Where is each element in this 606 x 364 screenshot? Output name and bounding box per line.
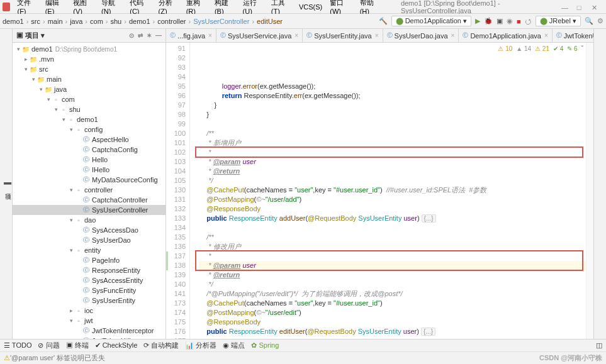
- line-gutter[interactable]: 9192939495969798991001011021031041051301…: [166, 43, 190, 339]
- minimize-icon[interactable]: —: [558, 3, 570, 11]
- status-message: '@param user' 标签说明已丢失: [10, 353, 105, 363]
- project-tree[interactable]: ▾📁demo1D:\Spring Boot\demo1▸📁.mvn▾📁src▾📁…: [13, 43, 166, 339]
- jrebel-combo[interactable]: ⬤ JRebel ▾: [536, 16, 581, 26]
- tree-item[interactable]: ▾▫com: [13, 94, 166, 104]
- tree-item[interactable]: ▾📁java: [13, 84, 166, 94]
- git-icon[interactable]: ⭯: [525, 18, 532, 25]
- crumb[interactable]: SysUserController: [193, 18, 249, 25]
- tool-autobuild[interactable]: ⟳ 自动构建: [143, 341, 179, 350]
- crumb[interactable]: com: [90, 18, 103, 25]
- close-icon[interactable]: ✕: [588, 3, 600, 11]
- editor-tabs: Ⓒ...fig.java×ⒸSysUserService.java×ⒸSysUs…: [166, 29, 593, 43]
- breadcrumb: demo1› src› main› java› com› shu› demo1›…: [3, 18, 283, 25]
- tool-endpoints[interactable]: ◉ 端点: [223, 341, 245, 350]
- editor-tab[interactable]: ⒸJwtTokenUtil.java×: [553, 29, 593, 42]
- tool-todo[interactable]: ☰ TODO: [4, 341, 31, 350]
- editor-tab[interactable]: Ⓒ...fig.java×: [166, 29, 216, 42]
- close-tab-icon[interactable]: ×: [451, 32, 455, 39]
- crumb[interactable]: editUser: [257, 18, 283, 25]
- close-tab-icon[interactable]: ×: [544, 32, 548, 39]
- crumb[interactable]: controller: [157, 18, 186, 25]
- debug-icon[interactable]: 🐞: [484, 17, 493, 25]
- tree-item[interactable]: ⒸSysUserDao: [13, 235, 166, 245]
- tree-item[interactable]: ▾▫shu: [13, 104, 166, 114]
- tree-item[interactable]: ⒸJwtTokenInterceptor: [13, 326, 166, 336]
- tree-item[interactable]: ▾📁src: [13, 64, 166, 74]
- crumb[interactable]: java: [70, 18, 82, 25]
- tree-item[interactable]: ⒸSysAccessDao: [13, 225, 166, 235]
- menubar: 文件(F) 编辑(E) 视图(V) 导航(N) 代码(C) 分析(Z) 重构(R…: [0, 0, 606, 14]
- close-tab-icon[interactable]: ×: [208, 32, 212, 39]
- app-logo-icon: [3, 3, 10, 11]
- tree-item[interactable]: ⒸMyDataSourceConfig: [13, 175, 166, 185]
- tree-item[interactable]: ▾▫jwt: [13, 316, 166, 326]
- inspection-stats[interactable]: ⚠ 10 ▲ 14 ⚠ 21 ✔ 4 ✎ 6 ˇ: [498, 44, 583, 53]
- main-area: ▌ 项目 ▣ 项目 ▾ ⊙ ⇄ ✶ — ▾📁demo1D:\Spring Boo…: [0, 29, 606, 339]
- close-tab-icon[interactable]: ×: [375, 32, 379, 39]
- crumb[interactable]: shu: [110, 18, 121, 25]
- tree-item[interactable]: ⒸPageInfo: [13, 255, 166, 265]
- run-icon[interactable]: ▶: [475, 17, 480, 25]
- tree-item[interactable]: ▸▫ioc: [13, 306, 166, 316]
- tree-item[interactable]: ▾📁demo1D:\Spring Boot\demo1: [13, 44, 166, 54]
- coverage-icon[interactable]: ▣: [497, 17, 503, 25]
- editor-tab[interactable]: ⒸSysUserDao.java×: [383, 29, 459, 42]
- close-tab-icon[interactable]: ×: [295, 32, 298, 39]
- editor-area: Ⓒ...fig.java×ⒸSysUserService.java×ⒸSysUs…: [166, 29, 593, 339]
- statusbar: ⚠ '@param user' 标签说明已丢失 CSDN @河南小守株: [0, 351, 606, 364]
- project-panel-header: ▣ 项目 ▾ ⊙ ⇄ ✶ —: [13, 29, 166, 43]
- editor-tab[interactable]: ⒸSysUserEntity.java×: [303, 29, 383, 42]
- maximize-icon[interactable]: □: [573, 3, 585, 11]
- profile-icon[interactable]: ◉: [507, 17, 513, 25]
- window-title: demo1 [D:\Spring Boot\demo1] - SysUserCo…: [398, 0, 557, 16]
- expand-icon[interactable]: ⇄: [138, 32, 143, 39]
- editor-tab[interactable]: ⒸSysUserService.java×: [216, 29, 303, 42]
- tree-item[interactable]: ⒸSysAccessEntity: [13, 275, 166, 285]
- tree-item[interactable]: ⒸCaptchaConfig: [13, 145, 166, 155]
- error-stripe[interactable]: [586, 43, 593, 339]
- status-icon: ⚠: [4, 354, 10, 362]
- crumb[interactable]: demo1: [129, 18, 150, 25]
- run-config-combo[interactable]: ⬤ Demo1Application ▾: [391, 16, 471, 26]
- tree-item[interactable]: ▾▫demo1: [13, 114, 166, 124]
- hide-panel-icon[interactable]: —: [155, 32, 162, 39]
- collapse-icon[interactable]: ✶: [147, 32, 152, 39]
- tree-item[interactable]: ⒸSysUserController: [13, 205, 166, 215]
- bottom-toolbar: ☰ TODO ⊘ 问题 ▣ 终端 ✔ CheckStyle ⟳ 自动构建 📊 分…: [0, 339, 606, 351]
- search-icon[interactable]: 🔍: [585, 17, 593, 25]
- right-tool-gutter[interactable]: [593, 29, 606, 339]
- crumb[interactable]: main: [48, 18, 63, 25]
- tree-item[interactable]: ⒸResponseEntity: [13, 265, 166, 275]
- editor-body: 9192939495969798991001011021031041051301…: [166, 43, 593, 339]
- tool-profiler[interactable]: 📊 分析器: [185, 341, 216, 350]
- tree-item[interactable]: ▾▫entity: [13, 245, 166, 255]
- tree-item[interactable]: ▸📁.mvn: [13, 54, 166, 64]
- watermark: CSDN @河南小守株: [539, 353, 602, 363]
- crumb[interactable]: src: [31, 18, 40, 25]
- tool-terminal[interactable]: ▣ 终端: [66, 341, 89, 350]
- tree-item[interactable]: ▾▫config: [13, 124, 166, 135]
- hammer-icon[interactable]: 🔨: [379, 17, 388, 25]
- tool-spring[interactable]: ✿ Spring: [251, 341, 279, 350]
- crumb[interactable]: demo1: [3, 18, 24, 25]
- tree-item[interactable]: ⒸSysFuncEntity: [13, 285, 166, 295]
- tree-item[interactable]: ⒸHello: [13, 155, 166, 165]
- event-log-icon[interactable]: ◫: [596, 341, 602, 350]
- tree-item[interactable]: ⒸSysUserEntity: [13, 295, 166, 306]
- menu-vcs[interactable]: VCS(S): [296, 2, 325, 12]
- toolbar: demo1› src› main› java› com› shu› demo1›…: [0, 14, 606, 29]
- tree-item[interactable]: ⒸCaptchaController: [13, 195, 166, 205]
- left-tool-gutter[interactable]: ▌ 项目: [0, 29, 13, 339]
- tree-item[interactable]: ⒸAspectHello: [13, 135, 166, 145]
- tree-item[interactable]: ▾📁main: [13, 74, 166, 84]
- tree-item[interactable]: ⒸIHello: [13, 165, 166, 175]
- stop-icon[interactable]: ■: [517, 18, 521, 25]
- tool-checkstyle[interactable]: ✔ CheckStyle: [95, 341, 138, 350]
- tree-item[interactable]: ▾▫controller: [13, 185, 166, 195]
- gear-icon[interactable]: ⚙: [597, 17, 603, 25]
- tree-item[interactable]: ▾▫dao: [13, 215, 166, 225]
- code-editor[interactable]: ⚠ 10 ▲ 14 ⚠ 21 ✔ 4 ✎ 6 ˇ logger.error(ex…: [190, 43, 593, 339]
- select-opened-icon[interactable]: ⊙: [129, 32, 134, 39]
- editor-tab[interactable]: ⒸDemo1Application.java×: [459, 29, 552, 42]
- tool-problems[interactable]: ⊘ 问题: [38, 341, 59, 350]
